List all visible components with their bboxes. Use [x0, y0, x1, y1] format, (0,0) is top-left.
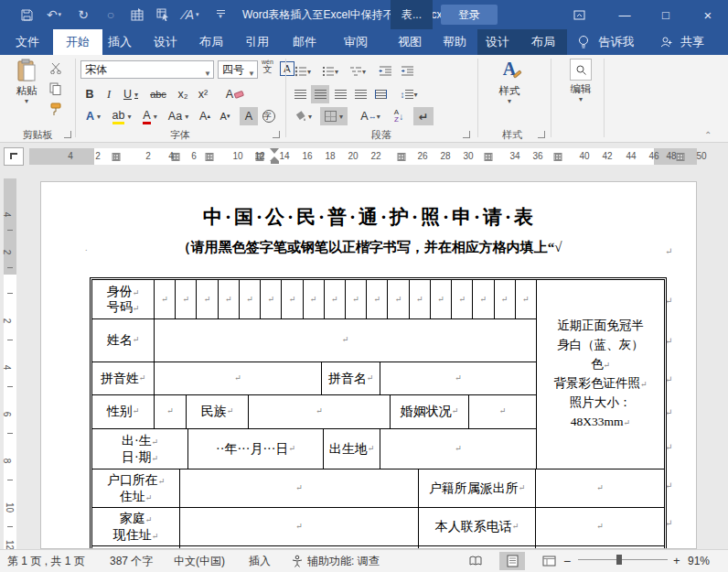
- clipboard-dialog-launcher[interactable]: [64, 131, 71, 138]
- id-digit-cell[interactable]: ↵: [240, 280, 261, 318]
- format-painter-icon[interactable]: [49, 103, 63, 116]
- tab-view[interactable]: 视图: [398, 29, 422, 55]
- table-column-marker[interactable]: [206, 153, 214, 161]
- application-form-table[interactable]: 身份↵ 号码↵ ↵↵↵↵↵↵↵↵↵↵↵↵↵↵↵↵↵↵ 姓名↵ ↵: [90, 277, 667, 549]
- pinyin-surname-cell[interactable]: ↵: [155, 362, 322, 394]
- id-digit-cell[interactable]: ↵: [261, 280, 282, 318]
- font-dialog-launcher[interactable]: [273, 131, 280, 138]
- tab-review[interactable]: 审阅: [344, 29, 368, 55]
- distribute-button[interactable]: [371, 85, 390, 103]
- table-column-marker[interactable]: [112, 153, 121, 161]
- phonetic-guide-button[interactable]: wén 文: [262, 59, 273, 74]
- id-digit-cell[interactable]: ↵: [495, 280, 516, 318]
- borders-button[interactable]: ▾: [320, 107, 348, 125]
- id-digit-cell[interactable]: ↵: [325, 280, 346, 318]
- undo-button[interactable]: ↶▾: [44, 0, 64, 29]
- web-layout-button[interactable]: [536, 552, 562, 570]
- id-digit-cell[interactable]: ↵: [473, 280, 494, 318]
- sign-in-button[interactable]: 登录: [441, 5, 498, 25]
- language-indicator[interactable]: 中文(中国): [174, 550, 225, 572]
- phone-cell[interactable]: ↵: [536, 508, 664, 545]
- draw-a-icon[interactable]: ⁄A▾: [179, 0, 203, 29]
- styles-button[interactable]: A 样式 ▾: [488, 59, 530, 126]
- marital-cell[interactable]: ↵: [469, 395, 536, 428]
- id-digit-cell[interactable]: ↵: [431, 280, 452, 318]
- tab-layout[interactable]: 布局: [199, 29, 223, 55]
- id-digit-cell[interactable]: ↵: [282, 280, 303, 318]
- subscript-button[interactable]: x₂: [174, 85, 192, 103]
- id-digit-cell[interactable]: ↵: [346, 280, 367, 318]
- ethnicity-cell[interactable]: ↵: [249, 395, 391, 428]
- numbering-button[interactable]: ▾: [318, 62, 342, 81]
- print-layout-button[interactable]: [499, 552, 525, 570]
- multilevel-list-button[interactable]: ▾: [346, 62, 369, 81]
- lightbulb-icon[interactable]: [577, 29, 590, 55]
- chevron-down-icon[interactable]: ▼: [248, 66, 255, 82]
- change-case-button[interactable]: Aa▾: [165, 107, 192, 125]
- police-station-cell[interactable]: ↵: [536, 469, 664, 507]
- tab-mailings[interactable]: 邮件: [293, 29, 316, 55]
- share-person-icon[interactable]: [660, 29, 674, 55]
- id-digit-cell[interactable]: ↵: [516, 280, 536, 318]
- styles-dialog-launcher[interactable]: [538, 131, 545, 138]
- tab-design[interactable]: 设计: [154, 29, 177, 55]
- character-shading-button[interactable]: A: [240, 107, 258, 125]
- id-digit-cell[interactable]: ↵: [452, 280, 473, 318]
- tab-table-layout[interactable]: 布局: [531, 29, 555, 55]
- clear-formatting-button[interactable]: A: [223, 85, 247, 103]
- justify-button[interactable]: [351, 85, 369, 103]
- underline-button[interactable]: U▾: [119, 85, 143, 103]
- grow-font-button[interactable]: A▴: [196, 107, 214, 125]
- font-color-button[interactable]: A▾: [137, 107, 163, 125]
- name-input-cell[interactable]: ↵: [155, 319, 536, 362]
- show-hide-marks-button[interactable]: ↵: [413, 107, 434, 125]
- id-digit-cell[interactable]: ↵: [155, 280, 176, 318]
- text-effects-button[interactable]: A▾: [80, 107, 106, 125]
- font-size-combo[interactable]: 四号▼: [218, 60, 258, 79]
- left-indent-marker[interactable]: [271, 161, 279, 164]
- qat-more-icon[interactable]: ▾: [212, 0, 229, 29]
- paste-button[interactable]: 粘贴 ▾: [5, 59, 48, 126]
- italic-button[interactable]: I: [101, 85, 117, 103]
- cut-icon[interactable]: [49, 62, 63, 74]
- zoom-out-button[interactable]: −: [563, 550, 571, 572]
- id-number-cells[interactable]: ↵↵↵↵↵↵↵↵↵↵↵↵↵↵↵↵↵↵: [155, 280, 536, 318]
- table-column-marker[interactable]: [554, 153, 562, 161]
- align-left-button[interactable]: [291, 85, 309, 103]
- font-name-combo[interactable]: 宋体▼: [80, 60, 214, 79]
- page-info[interactable]: 第 1 页 , 共 1 页: [7, 550, 85, 572]
- tab-file[interactable]: 文件: [16, 29, 39, 55]
- increase-indent-button[interactable]: [397, 62, 417, 81]
- tab-home[interactable]: 开始: [53, 29, 102, 55]
- asian-layout-button[interactable]: A↔▾: [357, 107, 384, 125]
- id-digit-cell[interactable]: ↵: [388, 280, 409, 318]
- highlight-color-button[interactable]: ab▾: [108, 107, 135, 125]
- decrease-indent-button[interactable]: [375, 62, 395, 81]
- superscript-button[interactable]: x²: [194, 85, 212, 103]
- select-table-icon[interactable]: [154, 0, 172, 29]
- zoom-level[interactable]: 91%: [688, 550, 710, 572]
- line-spacing-button[interactable]: ↕▾: [397, 85, 421, 103]
- word-count[interactable]: 387 个字: [110, 550, 153, 572]
- id-digit-cell[interactable]: ↵: [219, 280, 240, 318]
- close-button[interactable]: ×: [691, 0, 725, 29]
- tell-me-label[interactable]: 告诉我: [599, 29, 635, 55]
- table-column-marker[interactable]: [398, 153, 406, 161]
- home-address-cell[interactable]: ↵: [180, 508, 419, 545]
- minimize-button[interactable]: —: [607, 0, 642, 29]
- ribbon-display-options-icon[interactable]: [562, 0, 596, 29]
- gender-cell[interactable]: ↵: [155, 395, 187, 428]
- enclose-characters-button[interactable]: 字: [260, 107, 278, 125]
- table-column-marker[interactable]: [677, 153, 685, 161]
- maximize-button[interactable]: □: [648, 0, 683, 29]
- paste-dropdown[interactable]: ▾: [25, 98, 28, 104]
- tab-selector[interactable]: [4, 147, 24, 166]
- align-center-button[interactable]: [311, 85, 329, 103]
- zoom-slider-track[interactable]: [578, 559, 668, 560]
- id-digit-cell[interactable]: ↵: [367, 280, 388, 318]
- collapse-ribbon-icon[interactable]: ⌃: [704, 130, 712, 140]
- sort-button[interactable]: AZ↓: [388, 107, 410, 125]
- document-page[interactable]: 中·国·公·民·普·通·护·照·申·请·表 （请用黑色签字笔或钢笔以正楷字书写，…: [40, 181, 697, 549]
- copy-icon[interactable]: [49, 82, 62, 95]
- id-digit-cell[interactable]: ↵: [410, 280, 431, 318]
